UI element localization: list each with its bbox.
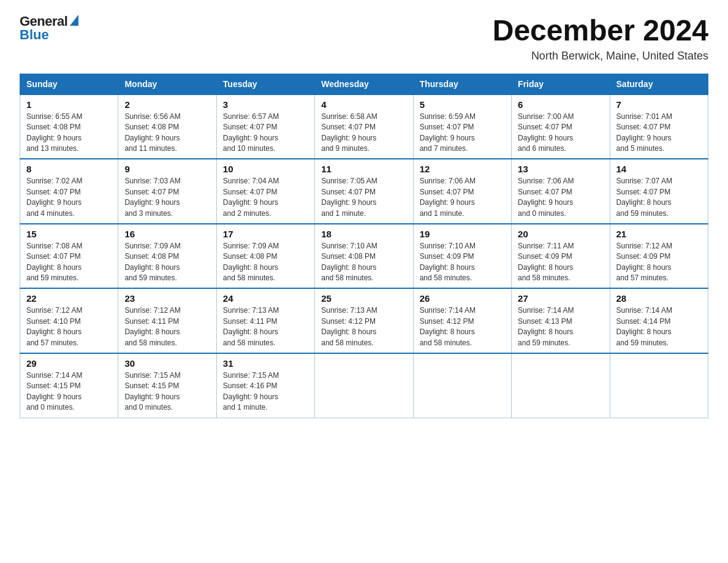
calendar-day-cell: 31 Sunrise: 7:15 AMSunset: 4:16 PMDaylig… [216, 353, 314, 418]
calendar-day-cell: 18 Sunrise: 7:10 AMSunset: 4:08 PMDaylig… [315, 224, 413, 289]
day-number: 15 [26, 229, 112, 239]
calendar-day-cell: 8 Sunrise: 7:02 AMSunset: 4:07 PMDayligh… [20, 159, 118, 224]
calendar-empty-cell [413, 353, 511, 418]
calendar-week-row: 15 Sunrise: 7:08 AMSunset: 4:07 PMDaylig… [20, 224, 708, 289]
calendar-week-row: 8 Sunrise: 7:02 AMSunset: 4:07 PMDayligh… [20, 159, 708, 224]
day-number: 11 [321, 164, 406, 174]
day-info: Sunrise: 7:09 AMSunset: 4:08 PMDaylight:… [223, 242, 279, 282]
calendar-day-cell: 22 Sunrise: 7:12 AMSunset: 4:10 PMDaylig… [20, 288, 118, 353]
day-info: Sunrise: 7:14 AMSunset: 4:14 PMDaylight:… [616, 306, 672, 347]
day-number: 3 [223, 99, 308, 110]
day-info: Sunrise: 7:14 AMSunset: 4:13 PMDaylight:… [518, 306, 574, 347]
calendar-day-cell: 17 Sunrise: 7:09 AMSunset: 4:08 PMDaylig… [216, 224, 314, 289]
day-number: 29 [26, 358, 112, 369]
day-number: 9 [124, 164, 210, 174]
calendar-day-cell: 28 Sunrise: 7:14 AMSunset: 4:14 PMDaylig… [610, 288, 708, 353]
day-info: Sunrise: 6:59 AMSunset: 4:07 PMDaylight:… [420, 112, 476, 153]
calendar-day-cell: 21 Sunrise: 7:12 AMSunset: 4:09 PMDaylig… [610, 224, 708, 289]
day-number: 12 [420, 164, 505, 174]
logo-general-text: General [20, 15, 67, 28]
day-number: 23 [124, 293, 210, 304]
day-number: 31 [223, 358, 308, 369]
calendar-day-cell: 11 Sunrise: 7:05 AMSunset: 4:07 PMDaylig… [315, 159, 413, 224]
day-info: Sunrise: 7:02 AMSunset: 4:07 PMDaylight:… [26, 177, 82, 217]
day-info: Sunrise: 7:03 AMSunset: 4:07 PMDaylight:… [124, 177, 180, 217]
calendar-header-wednesday: Wednesday [315, 74, 413, 94]
logo-triangle-icon [70, 15, 78, 26]
day-info: Sunrise: 7:15 AMSunset: 4:16 PMDaylight:… [223, 371, 279, 412]
day-info: Sunrise: 7:11 AMSunset: 4:09 PMDaylight:… [518, 242, 574, 282]
calendar-header-row: SundayMondayTuesdayWednesdayThursdayFrid… [20, 74, 708, 94]
day-info: Sunrise: 7:14 AMSunset: 4:15 PMDaylight:… [26, 371, 82, 412]
day-info: Sunrise: 7:10 AMSunset: 4:08 PMDaylight:… [321, 242, 377, 282]
calendar-header-thursday: Thursday [413, 74, 511, 94]
day-info: Sunrise: 7:04 AMSunset: 4:07 PMDaylight:… [223, 177, 279, 217]
day-number: 1 [26, 99, 112, 110]
calendar-empty-cell [315, 353, 413, 418]
calendar-day-cell: 30 Sunrise: 7:15 AMSunset: 4:15 PMDaylig… [118, 353, 216, 418]
calendar-week-row: 1 Sunrise: 6:55 AMSunset: 4:08 PMDayligh… [20, 94, 708, 159]
day-number: 6 [518, 99, 603, 110]
calendar-day-cell: 9 Sunrise: 7:03 AMSunset: 4:07 PMDayligh… [118, 159, 216, 224]
day-info: Sunrise: 7:12 AMSunset: 4:10 PMDaylight:… [26, 306, 82, 347]
logo-blue-text: Blue [20, 28, 49, 42]
day-info: Sunrise: 6:58 AMSunset: 4:07 PMDaylight:… [321, 112, 377, 153]
day-number: 25 [321, 293, 406, 304]
calendar-week-row: 29 Sunrise: 7:14 AMSunset: 4:15 PMDaylig… [20, 353, 708, 418]
day-info: Sunrise: 7:12 AMSunset: 4:11 PMDaylight:… [124, 306, 180, 347]
calendar-day-cell: 2 Sunrise: 6:56 AMSunset: 4:08 PMDayligh… [118, 94, 216, 159]
calendar-day-cell: 27 Sunrise: 7:14 AMSunset: 4:13 PMDaylig… [512, 288, 610, 353]
day-info: Sunrise: 7:09 AMSunset: 4:08 PMDaylight:… [124, 242, 180, 282]
day-number: 16 [124, 229, 210, 239]
day-number: 27 [518, 293, 603, 304]
day-info: Sunrise: 6:55 AMSunset: 4:08 PMDaylight:… [26, 112, 82, 153]
day-number: 30 [124, 358, 210, 369]
calendar-empty-cell [512, 353, 610, 418]
logo: General Blue [20, 15, 78, 42]
calendar-day-cell: 24 Sunrise: 7:13 AMSunset: 4:11 PMDaylig… [216, 288, 314, 353]
day-info: Sunrise: 7:06 AMSunset: 4:07 PMDaylight:… [518, 177, 574, 217]
day-number: 4 [321, 99, 406, 110]
day-number: 5 [420, 99, 505, 110]
day-info: Sunrise: 7:06 AMSunset: 4:07 PMDaylight:… [420, 177, 476, 217]
day-info: Sunrise: 7:00 AMSunset: 4:07 PMDaylight:… [518, 112, 574, 153]
title-block: December 2024 North Berwick, Maine, Unit… [493, 15, 708, 63]
calendar-day-cell: 4 Sunrise: 6:58 AMSunset: 4:07 PMDayligh… [315, 94, 413, 159]
day-info: Sunrise: 7:08 AMSunset: 4:07 PMDaylight:… [26, 242, 82, 282]
calendar-day-cell: 16 Sunrise: 7:09 AMSunset: 4:08 PMDaylig… [118, 224, 216, 289]
day-number: 22 [26, 293, 112, 304]
day-number: 10 [223, 164, 308, 174]
day-info: Sunrise: 7:13 AMSunset: 4:11 PMDaylight:… [223, 306, 279, 347]
day-info: Sunrise: 7:14 AMSunset: 4:12 PMDaylight:… [420, 306, 476, 347]
day-number: 24 [223, 293, 308, 304]
calendar-day-cell: 26 Sunrise: 7:14 AMSunset: 4:12 PMDaylig… [413, 288, 511, 353]
location-subtitle: North Berwick, Maine, United States [493, 50, 708, 63]
calendar-day-cell: 29 Sunrise: 7:14 AMSunset: 4:15 PMDaylig… [20, 353, 118, 418]
day-info: Sunrise: 7:07 AMSunset: 4:07 PMDaylight:… [616, 177, 672, 217]
calendar-day-cell: 19 Sunrise: 7:10 AMSunset: 4:09 PMDaylig… [413, 224, 511, 289]
day-number: 14 [616, 164, 702, 174]
calendar-header-sunday: Sunday [20, 74, 118, 94]
calendar-day-cell: 5 Sunrise: 6:59 AMSunset: 4:07 PMDayligh… [413, 94, 511, 159]
day-info: Sunrise: 6:56 AMSunset: 4:08 PMDaylight:… [124, 112, 180, 153]
day-number: 17 [223, 229, 308, 239]
calendar-day-cell: 7 Sunrise: 7:01 AMSunset: 4:07 PMDayligh… [610, 94, 708, 159]
page-header: General Blue December 2024 North Berwick… [20, 15, 708, 63]
calendar-day-cell: 13 Sunrise: 7:06 AMSunset: 4:07 PMDaylig… [512, 159, 610, 224]
day-number: 8 [26, 164, 112, 174]
day-number: 28 [616, 293, 702, 304]
calendar-day-cell: 20 Sunrise: 7:11 AMSunset: 4:09 PMDaylig… [512, 224, 610, 289]
calendar-header-friday: Friday [512, 74, 610, 94]
calendar-header-monday: Monday [118, 74, 216, 94]
calendar-table: SundayMondayTuesdayWednesdayThursdayFrid… [20, 74, 708, 418]
calendar-day-cell: 14 Sunrise: 7:07 AMSunset: 4:07 PMDaylig… [610, 159, 708, 224]
day-info: Sunrise: 7:10 AMSunset: 4:09 PMDaylight:… [420, 242, 476, 282]
day-number: 20 [518, 229, 603, 239]
calendar-header-tuesday: Tuesday [216, 74, 314, 94]
day-number: 21 [616, 229, 702, 239]
calendar-day-cell: 25 Sunrise: 7:13 AMSunset: 4:12 PMDaylig… [315, 288, 413, 353]
month-title: December 2024 [493, 15, 708, 47]
calendar-day-cell: 23 Sunrise: 7:12 AMSunset: 4:11 PMDaylig… [118, 288, 216, 353]
day-info: Sunrise: 7:12 AMSunset: 4:09 PMDaylight:… [616, 242, 672, 282]
calendar-empty-cell [610, 353, 708, 418]
